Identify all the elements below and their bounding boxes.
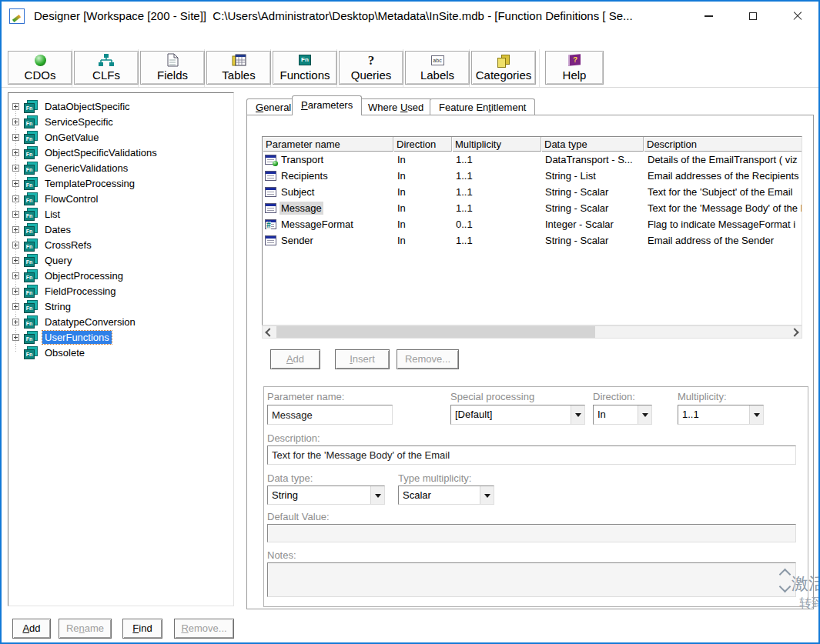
expand-plus-icon[interactable] [12,288,19,295]
remove-group-button[interactable]: Remove... [174,619,234,639]
help-button[interactable]: ? Help [545,51,604,85]
expand-plus-icon[interactable] [12,134,19,141]
dropdown-arrow-button[interactable] [638,405,651,424]
add-parameter-button[interactable]: Add [270,349,320,369]
parameter-string-icon [265,187,276,197]
expand-plus-icon[interactable] [12,272,19,279]
scrollbar-thumb[interactable] [276,326,595,338]
labels-button[interactable]: abc Labels [405,51,470,85]
tree-item-dataobjectspecific[interactable]: FnDataObjectSpecific [12,98,132,114]
tree-item-ongetvalue[interactable]: FnOnGetValue [12,129,102,145]
description-input[interactable] [267,445,796,465]
rename-group-button[interactable]: Rename [59,619,112,639]
functions-button[interactable]: Fn Functions [273,51,337,85]
categories-button[interactable]: Categories [471,51,536,85]
selected-parameter: Message [279,202,323,215]
toolbar-separator [539,49,540,87]
special-processing-select[interactable]: [Default] [450,405,585,425]
param-row-sender[interactable]: Sender In 1..1 String - Scalar Email add… [263,232,802,249]
param-row-subject[interactable]: Subject In 1..1 String - Scalar Text for… [263,184,802,200]
tree-item-servicespecific[interactable]: FnServiceSpecific [12,114,115,129]
clf-hierarchy-icon [98,54,115,66]
minimize-button[interactable] [691,2,726,31]
tree-item-objectspecificvalidations[interactable]: FnObjectSpecificValidations [12,145,159,160]
tab-parameters[interactable]: Parameters [292,95,362,115]
expand-plus-icon[interactable] [12,195,19,202]
dropdown-arrow-button[interactable] [480,486,494,504]
expand-plus-icon[interactable] [12,319,19,325]
tab-where-used[interactable]: Where Used [359,98,433,115]
scroll-right-arrow[interactable] [789,326,802,338]
maximize-button[interactable] [735,2,771,31]
tree-item-fieldprocessing[interactable]: FnFieldProcessing [12,283,119,299]
activate-windows-watermark-line2: 转到 [799,596,820,612]
default-value-input[interactable] [267,524,796,542]
expand-plus-icon[interactable] [12,118,19,125]
parameter-name-input[interactable] [267,405,393,425]
param-row-messageformat[interactable]: #MessageFormat In 0..1 Integer - Scalar … [263,216,802,232]
tree-item-genericvalidations[interactable]: FnGenericValidations [12,160,130,175]
column-header-parameter-name[interactable]: Parameter name [263,137,393,152]
queries-button[interactable]: ? Queries [339,51,403,85]
chevron-down-icon [484,494,490,501]
expand-plus-icon[interactable] [12,149,19,156]
tables-button[interactable]: Tables [206,51,271,85]
param-row-transport[interactable]: Transport In 1..1 DataTransport - S... D… [263,152,802,168]
tree-item-dates[interactable]: FnDates [12,222,73,237]
data-type-select[interactable]: String [267,486,385,505]
add-group-button[interactable]: Add [12,619,51,639]
tree-item-obsolete[interactable]: FnObsolete [12,345,87,360]
dropdown-arrow-button[interactable] [370,486,384,504]
expand-plus-icon[interactable] [12,103,19,110]
function-group-icon: Fn [24,346,39,359]
expand-plus-icon[interactable] [12,303,19,310]
close-button[interactable] [780,2,815,31]
parameter-name-label: Parameter name: [267,391,344,402]
cell-name: Message [263,202,393,215]
column-header-multiplicity[interactable]: Multiplicity [452,137,541,152]
expand-plus-icon[interactable] [12,165,19,172]
find-button[interactable]: Find [122,619,162,639]
function-group-icon: Fn [24,192,39,205]
notes-input[interactable] [267,562,796,597]
remove-parameter-button[interactable]: Remove... [397,349,459,369]
table-horizontal-scrollbar[interactable] [262,325,802,339]
tree-item-userfunctions[interactable]: FnUserFunctions [12,329,112,345]
dropdown-arrow-button[interactable] [571,405,584,424]
type-multiplicity-select[interactable]: Scalar [398,486,494,505]
scroll-left-arrow[interactable] [263,326,275,338]
expand-plus-icon[interactable] [12,226,19,233]
expand-plus-icon[interactable] [12,180,19,187]
chevron-down-icon [575,413,581,420]
table-grid-icon [232,54,246,66]
tab-feature-entitlement[interactable]: Feature Entitlement [430,98,535,115]
tree-item-datatypeconversion[interactable]: FnDatatypeConversion [12,314,138,329]
tree-item-list[interactable]: FnList [12,206,62,222]
multiplicity-select[interactable]: 1..1 [678,405,764,425]
direction-select[interactable]: In [593,405,652,425]
expand-plus-icon[interactable] [12,334,19,341]
dropdown-arrow-button[interactable] [749,405,763,424]
column-header-description[interactable]: Description [644,137,802,152]
clfs-button[interactable]: CLFs [74,51,139,85]
expand-plus-icon[interactable] [12,211,19,218]
tree-item-objectprocessing[interactable]: FnObjectProcessing [12,268,126,283]
cdos-button[interactable]: CDOs [8,51,72,85]
tree-item-string[interactable]: FnString [12,299,73,314]
tree-item-templateprocessing[interactable]: FnTemplateProcessing [12,175,137,191]
function-group-icon: Fn [24,285,39,297]
tree-item-flowcontrol[interactable]: FnFlowControl [12,191,100,206]
tree-item-crossrefs[interactable]: FnCrossRefs [12,237,94,252]
insert-parameter-button[interactable]: Insert [335,349,390,369]
column-header-data-type[interactable]: Data type [541,137,644,152]
param-row-message[interactable]: Message In 1..1 String - Scalar Text for… [263,200,802,216]
data-type-label: Data type: [267,472,313,484]
fields-button[interactable]: Fields [140,51,205,85]
expand-plus-icon[interactable] [12,242,19,249]
expand-plus-icon[interactable] [12,257,19,264]
column-header-direction[interactable]: Direction [393,137,452,152]
green-dot-icon [273,161,278,166]
param-row-recipients[interactable]: Recipients In 1..1 String - List Email a… [263,168,802,184]
tree-item-query[interactable]: FnQuery [12,252,74,268]
activate-windows-watermark: 激活 [792,572,820,596]
